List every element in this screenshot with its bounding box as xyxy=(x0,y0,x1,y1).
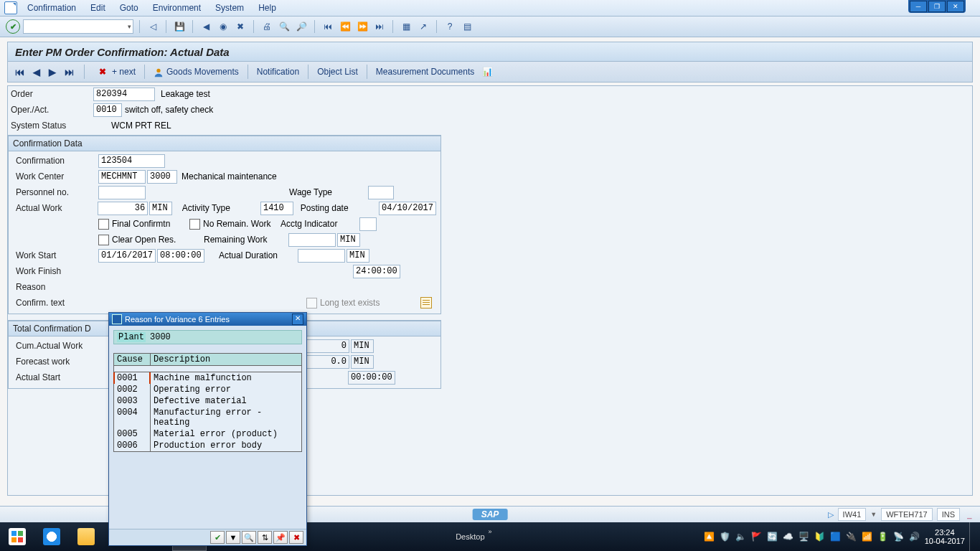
work-start-time-field[interactable] xyxy=(157,249,204,263)
tray-security-icon[interactable]: 🔰 xyxy=(814,531,826,542)
work-finish-time-field[interactable] xyxy=(353,265,400,278)
dialog-sort-button[interactable]: ⇅ xyxy=(258,531,272,544)
tray-shield-icon[interactable]: 🛡️ xyxy=(720,531,731,542)
find-icon[interactable]: 🔍 xyxy=(277,19,291,34)
tray-bt-icon[interactable]: 📶 xyxy=(862,531,873,542)
order-field[interactable] xyxy=(93,88,155,101)
dialog-search-button[interactable]: 🔍 xyxy=(242,531,256,544)
command-field[interactable]: ▾ xyxy=(23,19,133,34)
tray-cloud-icon[interactable]: ☁️ xyxy=(783,531,794,542)
confirmation-field[interactable] xyxy=(98,154,165,168)
work-start-date-field[interactable] xyxy=(98,249,156,263)
no-remain-checkbox[interactable] xyxy=(189,219,200,230)
last-page-icon[interactable]: ⏭ xyxy=(372,19,387,34)
menu-goto[interactable]: Goto xyxy=(113,1,146,14)
nav-next-icon[interactable]: ▶ xyxy=(47,67,57,77)
dialog-cancel-button[interactable]: ✖ xyxy=(289,531,303,544)
taskbar-ie[interactable] xyxy=(34,522,69,551)
dialog-row[interactable]: 0001Machine malfunction xyxy=(114,372,301,384)
menu-system[interactable]: System xyxy=(208,1,251,14)
tray-battery-icon[interactable]: 🔋 xyxy=(877,531,889,542)
next-page-icon[interactable]: ⏩ xyxy=(355,19,369,34)
tray-flag-icon[interactable]: 🚩 xyxy=(751,531,763,542)
dialog-plant-label[interactable]: Plant xyxy=(117,332,146,342)
remaining-work-unit[interactable]: MIN xyxy=(337,233,360,247)
measurement-docs-button[interactable]: Measurement Documents xyxy=(376,67,474,77)
nav-exit-icon[interactable]: ◉ xyxy=(216,19,230,34)
col-cause-header[interactable]: Cause xyxy=(114,354,151,365)
nav-last-icon[interactable]: ⏭ xyxy=(63,67,75,77)
tray-icon[interactable]: 🔼 xyxy=(704,531,715,542)
close-button[interactable]: ✕ xyxy=(947,1,964,12)
tray-app-icon[interactable]: 🟦 xyxy=(830,531,842,542)
clear-open-checkbox[interactable] xyxy=(98,235,109,245)
nav-first-icon[interactable]: ⏮ xyxy=(14,67,26,77)
actual-work-unit[interactable]: MIN xyxy=(149,202,172,215)
tray-sync-icon[interactable]: 🔄 xyxy=(767,531,778,542)
menu-confirmation[interactable]: Confirmation xyxy=(20,1,83,14)
dialog-ok-button[interactable]: ✔ xyxy=(210,531,225,544)
nav-cancel-icon[interactable]: ✖ xyxy=(233,19,248,34)
activity-type-field[interactable] xyxy=(260,202,293,215)
dialog-row[interactable]: 0002Operating error xyxy=(114,384,301,395)
actual-work-field[interactable] xyxy=(98,202,148,215)
nav-back-icon[interactable]: ◀ xyxy=(199,19,213,34)
remaining-work-field[interactable] xyxy=(288,233,336,247)
acctg-field[interactable] xyxy=(359,217,377,231)
menu-environment[interactable]: Environment xyxy=(146,1,208,14)
work-center-plant-field[interactable] xyxy=(147,170,177,184)
new-session-icon[interactable]: ▦ xyxy=(399,19,413,34)
dialog-row[interactable]: 0005Material error (product) xyxy=(114,428,301,440)
status-drop-icon[interactable]: ▼ xyxy=(870,511,877,518)
next-button[interactable]: + next xyxy=(112,67,136,77)
dialog-pin-button[interactable]: 📌 xyxy=(273,531,288,544)
tray-usb-icon[interactable]: 🔌 xyxy=(846,531,857,542)
taskbar-clock[interactable]: 23:24 10-04-2017 xyxy=(925,528,965,545)
prev-page-icon[interactable]: ⏪ xyxy=(338,19,352,34)
goods-movements-button[interactable]: Goods Movements xyxy=(154,67,239,77)
nav-prev-icon[interactable]: ◀ xyxy=(32,67,42,77)
object-list-button[interactable]: Object List xyxy=(317,67,358,77)
menu-edit[interactable]: Edit xyxy=(83,1,113,14)
long-text-icon[interactable] xyxy=(420,297,432,309)
print-icon[interactable]: 🖨 xyxy=(260,19,274,34)
tray-network-icon[interactable]: 📡 xyxy=(893,531,905,542)
wage-field[interactable] xyxy=(368,186,394,199)
tray-volume-icon[interactable]: 🔊 xyxy=(909,531,920,542)
enter-icon[interactable]: ✔ xyxy=(6,19,20,34)
find-next-icon[interactable]: 🔎 xyxy=(294,19,308,34)
dialog-row[interactable]: 0003Defective material xyxy=(114,395,301,407)
personnel-field[interactable] xyxy=(98,186,146,199)
help-icon[interactable]: ? xyxy=(443,19,457,34)
oper-field[interactable] xyxy=(93,103,122,117)
dialog-close-button[interactable]: ✕ xyxy=(292,314,303,325)
dialog-row[interactable]: 0006Production error body xyxy=(114,440,301,451)
start-button[interactable] xyxy=(0,522,34,551)
notification-button[interactable]: Notification xyxy=(257,67,299,77)
dialog-row[interactable]: 0004Manufacturing error - heating xyxy=(114,407,301,428)
actual-duration-unit[interactable]: MIN xyxy=(347,249,369,263)
first-page-icon[interactable]: ⏮ xyxy=(321,19,335,34)
back-icon[interactable]: ◁ xyxy=(146,19,160,34)
show-desktop-button[interactable] xyxy=(969,522,976,551)
col-desc-header[interactable]: Description xyxy=(151,354,301,365)
minimize-button[interactable]: ─ xyxy=(910,1,927,12)
tray-audio-icon[interactable]: 🔈 xyxy=(735,531,747,542)
layout-icon[interactable]: ▤ xyxy=(460,19,474,34)
work-center-field[interactable] xyxy=(98,170,146,184)
taskbar-desktop-toolbar[interactable]: Desktop xyxy=(456,532,484,541)
actual-duration-field[interactable] xyxy=(298,249,345,263)
dialog-titlebar[interactable]: Reason for Variance 6 Entries ✕ xyxy=(109,313,306,326)
cancel-icon[interactable]: ✖ xyxy=(99,67,106,77)
save-icon[interactable]: 💾 xyxy=(172,19,187,34)
taskbar-explorer[interactable] xyxy=(69,522,103,551)
maximize-button[interactable]: ❐ xyxy=(928,1,946,12)
measurement-doc-icon[interactable]: 📊 xyxy=(480,65,494,79)
shortcut-icon[interactable]: ↗ xyxy=(416,19,430,34)
posting-date-field[interactable] xyxy=(379,202,436,215)
menu-help[interactable]: Help xyxy=(251,1,283,14)
tray-display-icon[interactable]: 🖥️ xyxy=(798,531,810,542)
final-conf-checkbox[interactable] xyxy=(98,219,109,230)
dialog-filter-button[interactable]: ▼ xyxy=(226,531,240,544)
status-play-icon[interactable]: ▷ xyxy=(828,510,834,519)
